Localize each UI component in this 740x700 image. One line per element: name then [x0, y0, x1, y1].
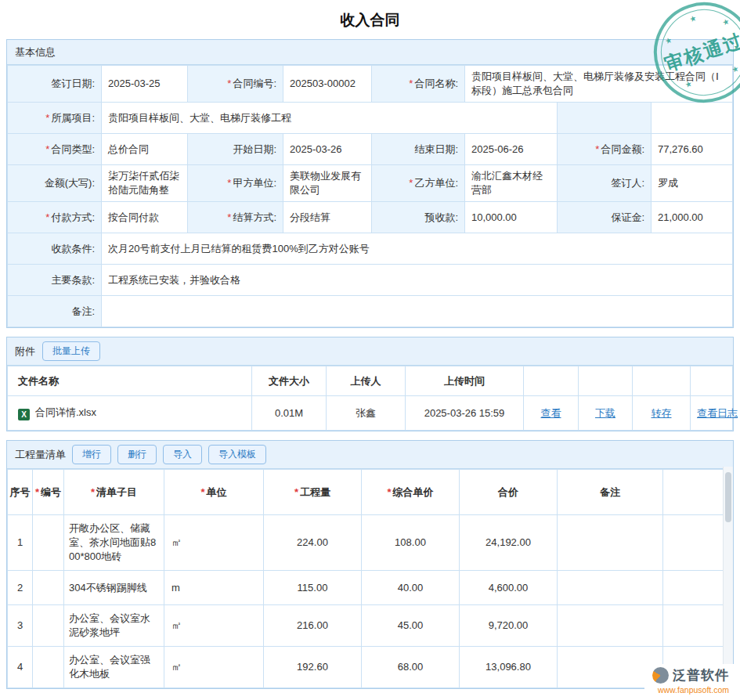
- row-unit[interactable]: m: [164, 571, 264, 605]
- pay-method-label-cell: *付款方式:: [8, 202, 102, 233]
- required-marker: *: [45, 112, 49, 124]
- transfer-link[interactable]: 转存: [652, 407, 672, 419]
- download-link[interactable]: 下载: [595, 407, 615, 419]
- boq-row: 3 办公室、会议室水泥砂浆地坪 ㎡ 216.00 45.00 9,720.00: [8, 605, 733, 647]
- col-code-label: 编号: [41, 486, 61, 498]
- basic-row: 签订日期: 2025-03-25 *合同编号: 202503-00002 *合同…: [8, 66, 733, 103]
- excel-file-icon: X: [18, 409, 30, 420]
- sign-date-label: 签订日期:: [51, 78, 95, 89]
- amount-label: 合同金额:: [601, 143, 644, 155]
- end-date-label-cell: 结束日期:: [372, 134, 465, 165]
- view-link[interactable]: 查看: [541, 407, 561, 419]
- row-item[interactable]: 办公室、会议室水泥砂浆地坪: [64, 605, 164, 647]
- settle-method-label: 结算方式:: [233, 211, 276, 223]
- row-index: 4: [8, 647, 33, 688]
- col-item: *清单子目: [64, 470, 164, 515]
- amount-value: 77,276.60: [652, 134, 733, 165]
- party-b-label: 乙方单位:: [414, 177, 458, 189]
- row-item[interactable]: 304不锈钢踢脚线: [64, 571, 164, 605]
- col-actions-blank: [691, 366, 733, 396]
- row-code[interactable]: [33, 647, 64, 688]
- amount-label-cell: *合同金额:: [558, 134, 652, 165]
- row-quantity[interactable]: 115.00: [264, 571, 362, 605]
- file-name: 合同详情.xlsx: [35, 406, 96, 418]
- sign-date-value: 2025-03-25: [102, 66, 188, 103]
- amount-words-value: 柒万柒仟贰佰柒拾陆元陆角整: [102, 165, 188, 202]
- start-date-value: 2025-03-26: [283, 134, 372, 165]
- required-marker: *: [387, 486, 391, 498]
- basic-row: *合同类型: 总价合同 开始日期: 2025-03-26 结束日期: 2025-…: [8, 134, 733, 165]
- batch-upload-button[interactable]: 批量上传: [42, 341, 100, 361]
- boq-table: 序号 *编号 *清单子目 *单位 *工程量 *综合单价 合价 备注 1 开敞办公…: [7, 469, 733, 688]
- boq-row: 1 开敞办公区、储藏室、茶水间地面贴800*800地砖 ㎡ 224.00 108…: [8, 515, 733, 571]
- row-code[interactable]: [33, 571, 64, 605]
- file-name-cell: X合同详情.xlsx: [8, 396, 252, 431]
- required-marker: *: [409, 78, 413, 89]
- row-unit[interactable]: ㎡: [164, 605, 264, 647]
- advance-label: 预收款:: [424, 211, 458, 223]
- file-transfer-cell: 转存: [633, 396, 691, 431]
- project-label: 所属项目:: [51, 112, 95, 124]
- boq-row: 4 办公室、会议室强化木地板 ㎡ 192.60 68.00 13,096.80: [8, 647, 733, 688]
- row-unit-price[interactable]: 108.00: [362, 515, 460, 571]
- row-item[interactable]: 办公室、会议室强化木地板: [64, 647, 164, 688]
- attachment-row: X合同详情.xlsx 0.01M 张鑫 2025-03-26 15:59 查看 …: [8, 396, 733, 431]
- row-code[interactable]: [33, 515, 64, 571]
- required-marker: *: [227, 78, 231, 89]
- row-code[interactable]: [33, 605, 64, 647]
- advance-value: 10,000.00: [465, 202, 558, 233]
- col-quantity: *工程量: [264, 470, 362, 515]
- boq-title: 工程量清单: [15, 448, 66, 462]
- sign-date-label-cell: 签订日期:: [8, 66, 102, 103]
- row-index: 1: [8, 515, 33, 571]
- party-b-label-cell: *乙方单位:: [372, 165, 465, 202]
- delete-row-button[interactable]: 删行: [117, 445, 157, 464]
- contract-type-label: 合同类型:: [51, 143, 95, 155]
- boq-section: 工程量清单 增行 删行 导入 导入模板 序号 *编号 *清单子目 *单位 *工程…: [6, 440, 734, 689]
- scrollbar-thumb[interactable]: [725, 472, 731, 522]
- add-row-button[interactable]: 增行: [72, 445, 111, 464]
- row-total: 24,192.00: [460, 515, 558, 571]
- settle-method-value: 分段结算: [283, 202, 372, 233]
- col-item-label: 清单子目: [96, 486, 137, 498]
- row-remark[interactable]: [558, 605, 663, 647]
- party-a-label-cell: *甲方单位:: [188, 165, 283, 202]
- vertical-scrollbar[interactable]: [723, 467, 733, 688]
- row-unit[interactable]: ㎡: [164, 647, 264, 688]
- fanpu-logo-icon: [652, 667, 669, 684]
- import-template-button[interactable]: 导入模板: [208, 445, 266, 464]
- row-quantity[interactable]: 192.60: [264, 647, 362, 688]
- row-unit[interactable]: ㎡: [164, 515, 264, 571]
- required-marker: *: [227, 211, 231, 223]
- boq-header-row: 序号 *编号 *清单子目 *单位 *工程量 *综合单价 合价 备注: [8, 470, 733, 515]
- required-marker: *: [91, 486, 95, 498]
- required-marker: *: [200, 486, 204, 498]
- start-date-label-cell: 开始日期:: [188, 134, 283, 165]
- contract-name-value: 贵阳项目样板间、大堂、电梯厅装修及安装工程合同（Ⅰ标段）施工总承包合同: [465, 66, 733, 103]
- col-code: *编号: [33, 470, 64, 515]
- pay-method-value: 按合同付款: [102, 202, 188, 233]
- deposit-label-cell: 保证金:: [558, 202, 652, 233]
- import-button[interactable]: 导入: [163, 445, 202, 464]
- row-remark[interactable]: [558, 571, 663, 605]
- main-terms-label: 主要条款:: [51, 274, 95, 286]
- row-quantity[interactable]: 224.00: [264, 515, 362, 571]
- row-quantity[interactable]: 216.00: [264, 605, 362, 647]
- empty-label-cell: [558, 103, 652, 134]
- main-terms-label-cell: 主要条款:: [8, 265, 102, 296]
- required-marker: *: [35, 486, 39, 498]
- basic-info-table: 签订日期: 2025-03-25 *合同编号: 202503-00002 *合同…: [7, 65, 733, 327]
- file-view-cell: 查看: [524, 396, 579, 431]
- required-marker: *: [227, 177, 231, 189]
- row-unit-price[interactable]: 40.00: [362, 571, 460, 605]
- row-unit-price[interactable]: 45.00: [362, 605, 460, 647]
- advance-label-cell: 预收款:: [372, 202, 465, 233]
- view-log-link[interactable]: 查看日志: [697, 407, 738, 419]
- row-remark[interactable]: [558, 515, 663, 571]
- amount-words-label: 金额(大写):: [45, 177, 95, 189]
- row-item[interactable]: 开敞办公区、储藏室、茶水间地面贴800*800地砖: [64, 515, 164, 571]
- boq-row: 2 304不锈钢踢脚线 m 115.00 40.00 4,600.00: [8, 571, 733, 605]
- col-actions-blank: [524, 366, 579, 396]
- empty-value-cell: [652, 103, 733, 134]
- row-unit-price[interactable]: 68.00: [362, 647, 460, 688]
